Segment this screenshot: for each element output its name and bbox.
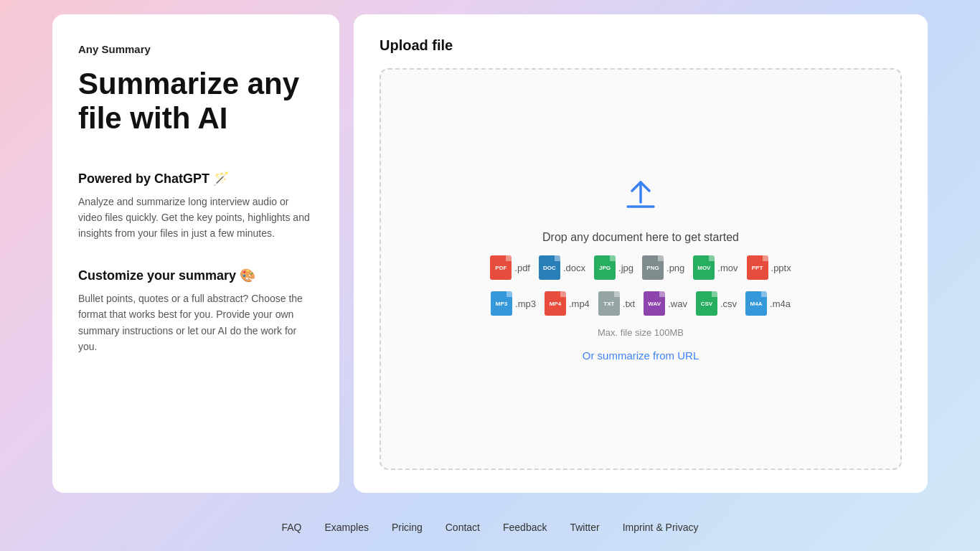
file-type-pdf: PDF .pdf	[490, 255, 530, 280]
pdf-ext: .pdf	[514, 263, 530, 273]
txt-ext: .txt	[623, 298, 635, 309]
csv-ext: .csv	[720, 298, 737, 309]
brand-name: Any Summary	[78, 43, 314, 55]
file-type-jpg: JPG .jpg	[594, 255, 633, 280]
footer-contact[interactable]: Contact	[446, 522, 480, 533]
url-summarize-link[interactable]: Or summarize from URL	[583, 349, 699, 362]
footer-examples[interactable]: Examples	[324, 522, 368, 533]
docx-ext: .docx	[563, 263, 585, 273]
mp4-ext: .mp4	[569, 298, 590, 309]
feature2-title: Customize your summary 🎨	[78, 268, 314, 283]
max-size-text: Max. file size 100MB	[598, 327, 684, 338]
file-type-m4a: M4A .m4a	[745, 291, 791, 316]
mp3-icon: MP3	[491, 291, 512, 316]
feature1-description: Analyze and summarize long interview aud…	[78, 194, 314, 242]
file-type-docx: DOC .docx	[539, 255, 585, 280]
feature2-section: Customize your summary 🎨 Bullet points, …	[78, 268, 314, 355]
footer-twitter[interactable]: Twitter	[570, 522, 599, 533]
file-type-pptx: PPT .pptx	[747, 255, 791, 280]
file-type-png: PNG .png	[642, 255, 684, 280]
mov-ext: .mov	[717, 263, 738, 273]
upload-icon	[622, 176, 659, 214]
file-type-mp3: MP3 .mp3	[491, 291, 536, 316]
m4a-icon: M4A	[745, 291, 767, 316]
feature1-title: Powered by ChatGPT 🪄	[78, 171, 314, 187]
left-panel: Any Summary Summarize any file with AI P…	[52, 14, 339, 493]
jpg-icon: JPG	[594, 255, 616, 280]
pptx-ext: .pptx	[771, 263, 791, 273]
file-type-csv: CSV .csv	[696, 291, 737, 316]
mov-icon: MOV	[693, 255, 715, 280]
feature1-section: Powered by ChatGPT 🪄 Analyze and summari…	[78, 171, 314, 242]
png-icon: PNG	[642, 255, 664, 280]
main-headline: Summarize any file with AI	[78, 67, 314, 136]
wav-icon: WAV	[644, 291, 665, 316]
file-type-txt: TXT .txt	[598, 291, 635, 316]
file-types-row2: MP3 .mp3 MP4 .mp4 TXT .txt WAV .wav CSV	[491, 291, 791, 316]
csv-icon: CSV	[696, 291, 717, 316]
upload-title: Upload file	[380, 37, 902, 54]
feature2-description: Bullet points, quotes or a full abstract…	[78, 291, 314, 355]
file-types-row1: PDF .pdf DOC .docx JPG .jpg PNG .png MOV	[490, 255, 791, 280]
footer-pricing[interactable]: Pricing	[392, 522, 423, 533]
file-type-wav: WAV .wav	[644, 291, 687, 316]
wav-ext: .wav	[668, 298, 687, 309]
mp3-ext: .mp3	[515, 298, 536, 309]
footer: FAQ Examples Pricing Contact Feedback Tw…	[0, 510, 980, 545]
file-type-mp4: MP4 .mp4	[545, 291, 590, 316]
file-type-mov: MOV .mov	[693, 255, 738, 280]
png-ext: .png	[666, 263, 684, 273]
footer-feedback[interactable]: Feedback	[503, 522, 547, 533]
file-drop-zone[interactable]: Drop any document here to get started PD…	[380, 68, 902, 470]
upload-icon-container	[622, 176, 659, 214]
footer-imprint[interactable]: Imprint & Privacy	[623, 522, 699, 533]
pdf-icon: PDF	[490, 255, 512, 280]
right-panel: Upload file Drop any document here to ge…	[354, 14, 928, 493]
drop-text: Drop any document here to get started	[542, 231, 739, 244]
footer-faq[interactable]: FAQ	[281, 522, 301, 533]
mp4-icon: MP4	[545, 291, 566, 316]
jpg-ext: .jpg	[618, 263, 633, 273]
m4a-ext: .m4a	[770, 298, 791, 309]
docx-icon: DOC	[539, 255, 560, 280]
txt-icon: TXT	[598, 291, 620, 316]
pptx-icon: PPT	[747, 255, 768, 280]
